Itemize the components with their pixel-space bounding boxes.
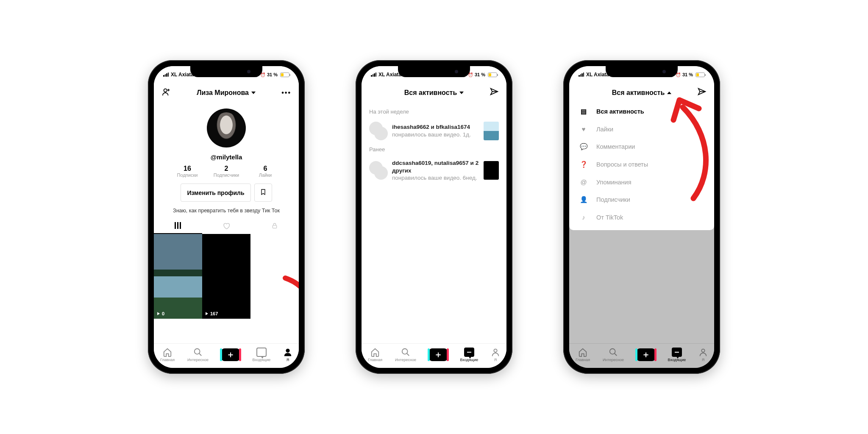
notch — [606, 66, 678, 77]
tab-home[interactable]: Главная — [160, 348, 175, 362]
profile-section: @milytella 16 Подписки 2 Подписчики 6 Ла… — [154, 103, 299, 319]
profile-nav: Лиза Миронова ••• — [154, 83, 299, 103]
more-icon[interactable]: ••• — [281, 89, 291, 97]
video-thumbnail[interactable] — [484, 122, 499, 140]
battery-label: 31 % — [475, 72, 485, 77]
following-label: Подписки — [168, 172, 207, 178]
video-thumb-2[interactable]: 167 — [202, 234, 250, 319]
tab-inbox[interactable]: Входящие — [253, 348, 271, 362]
svg-point-10 — [701, 349, 704, 352]
stacked-avatar-icon — [369, 161, 388, 180]
inbox-title-dropdown[interactable]: Вся активность — [404, 89, 464, 97]
inbox-icon — [464, 348, 474, 357]
likes-count: 6 — [246, 165, 285, 172]
filter-qna[interactable]: ❓Вопросы и ответы — [569, 156, 714, 173]
dm-icon[interactable] — [490, 87, 499, 98]
notif-users: ihesasha9662 и bfkalisa1674 — [392, 124, 470, 130]
svg-point-9 — [610, 348, 615, 354]
following-count: 16 — [168, 165, 207, 172]
bio-text: Знаю, как превратить тебя в звезду Тик Т… — [173, 208, 280, 214]
phone-inbox: XL Axiata 19:35 ◉ ⏰ 31 % Вся активность … — [356, 60, 512, 374]
tab-private[interactable] — [250, 218, 299, 234]
likes-label: Лайки — [246, 172, 285, 178]
username-label: @milytella — [211, 153, 242, 161]
signal-icon — [163, 72, 169, 77]
tab-home[interactable]: Главная — [368, 348, 382, 362]
edit-profile-button[interactable]: Изменить профиль — [181, 184, 250, 202]
tiktok-icon: ♪ — [579, 214, 588, 221]
chevron-down-icon — [459, 92, 464, 94]
all-icon: ▤ — [579, 108, 588, 115]
add-friend-icon[interactable] — [161, 87, 171, 99]
tab-discover[interactable]: Интересное — [395, 348, 416, 362]
battery-label: 31 % — [682, 72, 693, 77]
video-thumb-1[interactable]: 0 — [154, 234, 202, 319]
section-earlier: Ранее — [362, 144, 506, 156]
comment-icon: 💬 — [579, 143, 588, 150]
inbox-title-dropdown[interactable]: Вся активность — [612, 89, 671, 97]
create-button[interactable]: ＋ — [429, 348, 448, 361]
filter-dropdown: ▤Вся активность ♥Лайки 💬Комментарии ❓Воп… — [569, 103, 714, 230]
svg-point-8 — [494, 349, 497, 352]
create-button[interactable]: ＋ — [221, 348, 240, 361]
followers-label: Подписчики — [207, 172, 246, 178]
create-button[interactable]: ＋ — [637, 348, 655, 361]
tab-discover[interactable]: Интересное — [187, 348, 209, 362]
tab-me[interactable]: Я — [283, 348, 292, 362]
stacked-avatar-icon — [369, 122, 388, 140]
inbox-nav: Вся активность — [569, 83, 714, 103]
inbox-icon — [256, 348, 267, 357]
heart-icon: ♥ — [579, 125, 588, 133]
tab-home[interactable]: Главная — [576, 348, 590, 362]
carrier-label: XL Axiata — [586, 72, 609, 78]
signal-icon — [371, 72, 376, 77]
notif-time: 6нед. — [463, 175, 477, 181]
svg-rect-3 — [180, 222, 181, 229]
svg-rect-4 — [273, 225, 276, 228]
notch — [190, 66, 262, 77]
activity-list: На этой неделе ihesasha9662 и bfkalisa16… — [362, 103, 506, 343]
profile-title-dropdown[interactable]: Лиза Миронова — [197, 89, 256, 97]
tab-me[interactable]: Я — [491, 348, 500, 362]
notif-action: понравилось ваше видео. — [392, 131, 461, 138]
dm-icon[interactable] — [697, 87, 707, 98]
chevron-down-icon — [251, 92, 256, 94]
svg-rect-2 — [177, 222, 178, 229]
notification-row[interactable]: ddcsasha6019, nutalisa9657 и 2 других по… — [362, 156, 506, 185]
filter-all[interactable]: ▤Вся активность — [569, 103, 714, 120]
signal-icon — [579, 72, 584, 77]
notif-users: ddcsasha6019, nutalisa9657 и 2 других — [392, 160, 479, 174]
tab-inbox[interactable]: Входящие — [460, 348, 479, 362]
qna-icon: ❓ — [579, 161, 588, 168]
following-stat[interactable]: 16 Подписки — [168, 165, 207, 178]
likes-stat[interactable]: 6 Лайки — [246, 165, 285, 178]
video-thumbnail[interactable] — [484, 161, 499, 180]
filter-from-tiktok[interactable]: ♪От TikTok — [569, 209, 714, 226]
svg-point-7 — [402, 348, 408, 354]
mention-icon: @ — [579, 178, 588, 186]
tab-grid[interactable] — [154, 218, 202, 234]
battery-icon — [280, 72, 289, 77]
svg-point-0 — [164, 89, 167, 92]
filter-comments[interactable]: 💬Комментарии — [569, 138, 714, 156]
bookmark-button[interactable] — [254, 184, 272, 202]
filter-likes[interactable]: ♥Лайки — [569, 120, 714, 138]
tab-me[interactable]: Я — [698, 348, 708, 362]
svg-point-6 — [286, 348, 289, 352]
battery-label: 31 % — [267, 72, 278, 77]
battery-icon — [488, 72, 497, 77]
tab-discover[interactable]: Интересное — [603, 348, 624, 362]
filter-mentions[interactable]: @Упоминания — [569, 173, 714, 191]
notif-action: понравилось ваше видео. — [392, 175, 461, 181]
notch — [398, 66, 470, 77]
tab-inbox[interactable]: Входящие — [668, 348, 686, 362]
inbox-title: Вся активность — [612, 89, 665, 97]
followers-stat[interactable]: 2 Подписчики — [207, 165, 246, 178]
filter-followers[interactable]: 👤Подписчики — [569, 191, 714, 209]
notification-row[interactable]: ihesasha9662 и bfkalisa1674 понравилось … — [362, 118, 506, 144]
tab-liked[interactable] — [202, 218, 250, 234]
chevron-up-icon — [667, 92, 671, 94]
avatar[interactable] — [207, 108, 246, 147]
svg-point-5 — [195, 348, 200, 354]
tab-bar: Главная Интересное ＋ Входящие Я — [154, 343, 299, 368]
